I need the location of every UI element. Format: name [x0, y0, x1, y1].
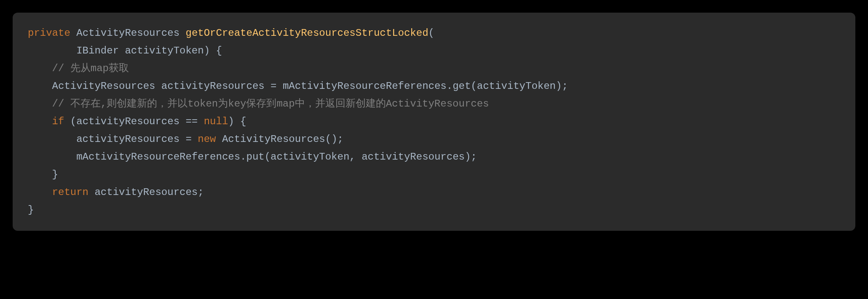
return-value: activityResources;: [88, 187, 204, 198]
code-line-2: IBinder activityToken) {: [28, 42, 840, 60]
indent: [28, 169, 52, 180]
code-line-4: ActivityResources activityResources = mA…: [28, 77, 840, 95]
keyword-new: new: [198, 133, 216, 145]
if-condition-2: ) {: [228, 116, 246, 127]
indent: [28, 133, 76, 145]
code-line-10: return activityResources;: [28, 184, 840, 201]
keyword-private: private: [28, 27, 70, 39]
code-line-6: if (activityResources == null) {: [28, 113, 840, 131]
if-condition-1: (activityResources ==: [64, 116, 204, 127]
code-line-9: }: [28, 166, 840, 184]
code-block: private ActivityResources getOrCreateAct…: [13, 13, 855, 231]
indent: [28, 187, 52, 198]
statement-put: mActivityResourceReferences.put(activity…: [76, 151, 477, 163]
indent: [28, 63, 52, 74]
keyword-if: if: [52, 116, 64, 127]
code-line-3: // 先从map获取: [28, 60, 840, 77]
param-decl: IBinder activityToken) {: [76, 45, 222, 56]
close-brace-if: }: [52, 169, 58, 180]
statement-get: ActivityResources activityResources = mA…: [52, 80, 568, 92]
assign-2: ActivityResources();: [216, 133, 343, 145]
indent: [28, 80, 52, 92]
keyword-null: null: [204, 116, 228, 127]
indent: [28, 116, 52, 127]
close-brace-method: }: [28, 204, 34, 216]
code-line-8: mActivityResourceReferences.put(activity…: [28, 148, 840, 166]
comment-2: // 不存在,则创建新的，并以token为key保存到map中，并返回新创建的A…: [52, 98, 489, 109]
code-line-1: private ActivityResources getOrCreateAct…: [28, 24, 840, 42]
code-line-5: // 不存在,则创建新的，并以token为key保存到map中，并返回新创建的A…: [28, 95, 840, 113]
indent: [28, 98, 52, 109]
indent: [28, 151, 76, 163]
keyword-return: return: [52, 187, 88, 198]
assign-1: activityResources =: [76, 133, 198, 145]
comment-1: // 先从map获取: [52, 63, 129, 74]
code-line-7: activityResources = new ActivityResource…: [28, 131, 840, 148]
open-paren: (: [429, 27, 434, 39]
indent: [28, 45, 76, 56]
type-activityresources: ActivityResources: [70, 27, 186, 39]
code-line-11: }: [28, 201, 840, 219]
method-name: getOrCreateActivityResourcesStructLocked: [185, 27, 428, 39]
